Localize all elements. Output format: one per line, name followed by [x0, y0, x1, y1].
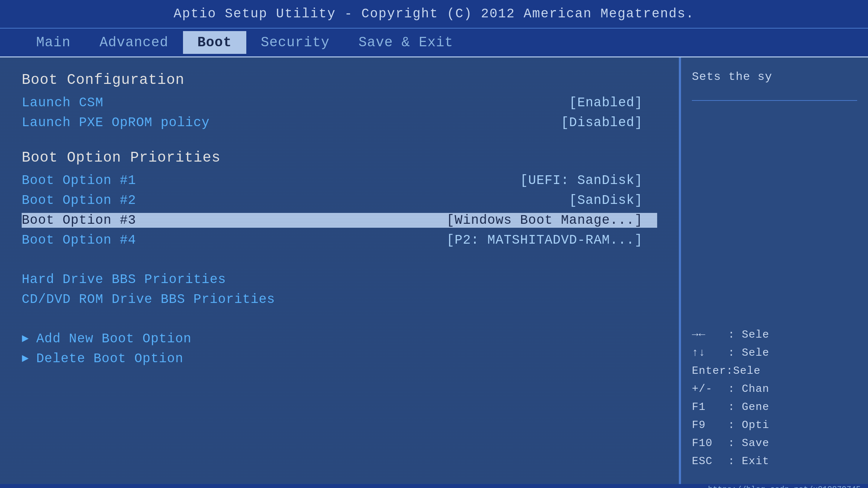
arrow-icon-add: ►	[22, 332, 29, 346]
desc-f1: : Gene	[728, 401, 769, 413]
key-lr: →←	[692, 329, 728, 341]
right-panel: Sets the sy →← : Sele ↑↓ : Sele Enter: S…	[680, 57, 868, 484]
divider	[692, 100, 857, 101]
keybind-ud: ↑↓ : Sele	[692, 347, 857, 359]
tab-advanced[interactable]: Advanced	[85, 31, 183, 54]
keybind-esc: ESC : Exit	[692, 455, 857, 467]
tab-security[interactable]: Security	[246, 31, 344, 54]
key-plusminus: +/-	[692, 383, 728, 395]
help-text: Sets the sy	[692, 68, 857, 86]
title-text: Aptio Setup Utility - Copyright (C) 2012…	[174, 7, 694, 21]
item-boot-opt-1[interactable]: Boot Option #1 [UEFI: SanDisk]	[22, 173, 657, 188]
tab-main[interactable]: Main	[22, 31, 85, 54]
desc-f10: : Save	[728, 437, 769, 449]
section-boot-priorities: Boot Option Priorities	[22, 150, 657, 166]
left-panel: Boot Configuration Launch CSM [Enabled] …	[0, 57, 680, 484]
section-boot-configuration: Boot Configuration	[22, 72, 657, 88]
item-cddvd-bbs[interactable]: CD/DVD ROM Drive BBS Priorities	[22, 292, 657, 307]
item-launch-csm[interactable]: Launch CSM [Enabled]	[22, 95, 657, 110]
key-f10: F10	[692, 437, 728, 449]
keybind-list: →← : Sele ↑↓ : Sele Enter: Sele +/- : Ch…	[692, 323, 857, 473]
item-hdd-bbs[interactable]: Hard Drive BBS Priorities	[22, 272, 657, 287]
desc-esc: : Exit	[728, 455, 769, 467]
desc-lr: : Sele	[728, 329, 769, 341]
keybind-f1: F1 : Gene	[692, 401, 857, 413]
key-f1: F1	[692, 401, 728, 413]
key-f9: F9	[692, 419, 728, 431]
key-ud: ↑↓	[692, 347, 728, 359]
keybind-f10: F10 : Save	[692, 437, 857, 449]
desc-ud: : Sele	[728, 347, 769, 359]
item-boot-opt-4[interactable]: Boot Option #4 [P2: MATSHITADVD-RAM...]	[22, 233, 657, 248]
item-boot-opt-3[interactable]: Boot Option #3 [Windows Boot Manage...]	[22, 213, 657, 228]
keybind-lr: →← : Sele	[692, 329, 857, 341]
item-add-boot-option[interactable]: ► Add New Boot Option	[22, 331, 657, 346]
keybind-enter: Enter: Sele	[692, 365, 857, 377]
desc-f9: : Opti	[728, 419, 769, 431]
keybind-plusminus: +/- : Chan	[692, 383, 857, 395]
footer-url: https://blog.csdn.net/u010879745	[708, 485, 861, 488]
main-content: Boot Configuration Launch CSM [Enabled] …	[0, 57, 868, 484]
key-esc: ESC	[692, 455, 728, 467]
nav-bar: Main Advanced Boot Security Save & Exit	[0, 29, 868, 57]
tab-boot[interactable]: Boot	[183, 31, 246, 54]
item-launch-pxe[interactable]: Launch PXE OpROM policy [Disabled]	[22, 115, 657, 130]
keybind-f9: F9 : Opti	[692, 419, 857, 431]
title-bar: Aptio Setup Utility - Copyright (C) 2012…	[0, 0, 868, 29]
desc-plusminus: : Chan	[728, 383, 769, 395]
item-delete-boot-option[interactable]: ► Delete Boot Option	[22, 351, 657, 366]
arrow-icon-delete: ►	[22, 352, 29, 365]
desc-enter: Sele	[733, 365, 761, 377]
key-enter: Enter:	[692, 365, 733, 377]
tab-save-exit[interactable]: Save & Exit	[344, 31, 468, 54]
item-boot-opt-2[interactable]: Boot Option #2 [SanDisk]	[22, 193, 657, 208]
footer: https://blog.csdn.net/u010879745	[0, 484, 868, 488]
